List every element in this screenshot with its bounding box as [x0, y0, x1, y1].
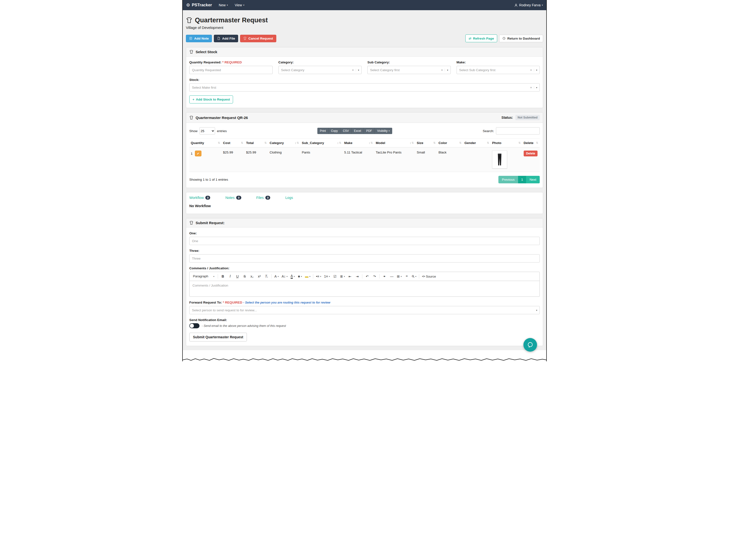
bold-button[interactable]: B [219, 273, 226, 280]
sort-icon: ⇅ [519, 141, 521, 144]
undo-button[interactable]: ↶ [364, 273, 371, 280]
chevron-down-icon: ▾ [445, 69, 448, 71]
sub-category-select[interactable]: Select Category first × ▾ [368, 66, 451, 74]
product-photo[interactable] [492, 151, 507, 169]
comments-editor-area[interactable]: Comments / Justification [189, 281, 540, 297]
alignment-button[interactable]: ≣▾ [339, 273, 346, 280]
return-to-dashboard-button[interactable]: Return to Dashboard [499, 35, 543, 42]
sort-icon: ⇅ [536, 141, 538, 144]
link-button[interactable]: ⚭ [381, 273, 388, 280]
tab-files[interactable]: Files 0 [256, 196, 270, 200]
block-quote-button[interactable]: “ [404, 273, 410, 280]
font-color-button[interactable]: A▾ [289, 273, 296, 280]
sub-category-field-block: Sub Category: Select Category first × ▾ [368, 60, 451, 74]
bulleted-list-button[interactable]: •≡▾ [315, 273, 322, 280]
previous-page-button[interactable]: Previous [498, 176, 518, 183]
font-size-button[interactable]: A↕▾ [280, 273, 289, 280]
column-header-total[interactable]: Total⇅ [245, 139, 268, 147]
tab-workflow[interactable]: Workflow 0 [189, 196, 210, 200]
three-input[interactable] [189, 254, 540, 263]
insert-table-button[interactable]: ⊞▾ [396, 273, 403, 280]
clear-icon[interactable]: × [528, 86, 534, 89]
edit-quantity-button[interactable] [195, 151, 201, 156]
column-header-category[interactable]: Category↑⇅ [268, 139, 300, 147]
sort-icon: ⇅ [371, 141, 373, 144]
clear-icon[interactable]: × [350, 68, 356, 72]
row-make: 5.11 Tactical [343, 147, 375, 172]
highlight-button[interactable]: ▬▾ [304, 273, 311, 280]
file-icon [217, 37, 220, 40]
stock-select[interactable]: Select Make first × ▾ [189, 83, 540, 92]
refresh-page-button[interactable]: ⇄ Refresh Page [465, 34, 497, 42]
app-logo[interactable]: ⚙ PSTracker [186, 3, 212, 8]
cancel-request-button[interactable]: Cancel Request [240, 35, 276, 42]
add-note-button[interactable]: Add Note [186, 35, 212, 42]
column-header-cost[interactable]: Cost⇅ [222, 139, 245, 147]
heading-dropdown-button[interactable]: Paragraph▾ [191, 273, 216, 280]
find-and-replace-button[interactable]: ⚲▾ [411, 273, 418, 280]
user-name: Rodney Farva [519, 3, 541, 7]
tab-logs[interactable]: Logs [285, 196, 293, 200]
tshirt-icon [189, 116, 193, 120]
strikethrough-button[interactable]: S [241, 273, 248, 280]
excel-button[interactable]: Excel [351, 128, 363, 134]
column-header-make[interactable]: Make↑⇅ [343, 139, 375, 147]
next-page-button[interactable]: Next [526, 176, 540, 183]
column-header-color[interactable]: Color⇅ [437, 139, 463, 147]
one-input[interactable] [189, 237, 540, 245]
pdf-button[interactable]: PDF [363, 128, 375, 134]
add-stock-to-request-button[interactable]: + Add Stock to Request [189, 95, 233, 103]
indent-button[interactable]: ⇥ [354, 273, 360, 280]
column-header-gender[interactable]: Gender⇅ [463, 139, 491, 147]
sort-icon: ⇅ [487, 141, 489, 144]
visibility-button[interactable]: Visibility ▾ [375, 128, 392, 134]
select-stock-header: Select Stock [186, 47, 543, 57]
clear-icon[interactable]: × [528, 68, 534, 72]
column-header-size[interactable]: Size⇅ [415, 139, 437, 147]
chat-button[interactable] [524, 338, 537, 352]
menu-view[interactable]: View ▾ [235, 3, 244, 7]
search-input[interactable] [496, 127, 540, 135]
underline-button[interactable]: U [234, 273, 241, 280]
menu-new[interactable]: New ▾ [219, 3, 228, 7]
todo-list-button[interactable]: ☑ [331, 273, 338, 280]
column-header-delete[interactable]: Delete⇅ [522, 139, 540, 147]
source-button[interactable]: <>Source [421, 273, 437, 280]
numbered-list-button[interactable]: 1≡▾ [323, 273, 331, 280]
italic-button[interactable]: I [227, 273, 233, 280]
column-header-sub-category[interactable]: Sub_Category↑⇅ [300, 139, 342, 147]
forward-to-select[interactable]: Select person to send request to for rev… [189, 306, 540, 314]
tab-notes[interactable]: Notes 0 [225, 196, 241, 200]
send-email-toggle[interactable] [189, 323, 199, 328]
print-button[interactable]: Print [317, 128, 328, 134]
current-page-button[interactable]: 1 [518, 176, 526, 183]
required-marker: * REQUIRED [223, 301, 242, 304]
clear-icon[interactable]: × [439, 68, 445, 72]
page-size-select[interactable]: 25 [199, 127, 215, 135]
subscript-button[interactable]: x₂ [248, 273, 255, 280]
submit-quartermaster-request-button[interactable]: Submit Quartermaster Request [189, 333, 247, 341]
sort-icon: ⇅ [218, 141, 220, 144]
add-file-button[interactable]: Add File [214, 35, 238, 42]
superscript-button[interactable]: x² [256, 273, 263, 280]
required-marker: * REQUIRED [222, 60, 242, 64]
column-header-model[interactable]: Model↑⇅ [374, 139, 415, 147]
column-header-photo[interactable]: Photo⇅ [491, 139, 522, 147]
csv-button[interactable]: CSV [340, 128, 351, 134]
make-field-block: Make: Select Sub Category first × ▾ [457, 60, 540, 74]
horizontal-line-button[interactable]: — [388, 273, 395, 280]
tshirt-icon [186, 17, 192, 24]
quantity-input[interactable] [189, 66, 273, 74]
column-header-quantity[interactable]: Quantity⇅ [189, 139, 222, 147]
category-label: Category: [278, 60, 362, 64]
redo-button[interactable]: ↷ [371, 273, 378, 280]
font-family-button[interactable]: A▾ [273, 273, 280, 280]
copy-button[interactable]: Copy [328, 128, 340, 134]
remove-format-button[interactable]: Tₓ [263, 273, 270, 280]
outdent-button[interactable]: ⇤ [346, 273, 353, 280]
user-menu[interactable]: Rodney Farva ▾ [514, 3, 543, 7]
category-select[interactable]: Select Category × ▾ [278, 66, 362, 74]
make-select[interactable]: Select Sub Category first × ▾ [457, 66, 540, 74]
font-background-color-button[interactable]: ■▾ [296, 273, 303, 280]
delete-row-button[interactable]: Delete [524, 151, 538, 156]
